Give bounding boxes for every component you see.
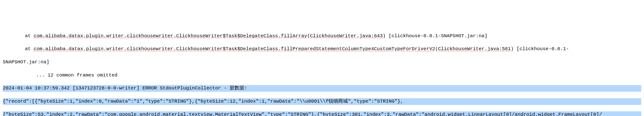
log-output: at com.alibaba.datax.plugin.writer.click…	[0, 26, 644, 116]
stack-frame-1: at com.alibaba.datax.plugin.writer.click…	[3, 33, 641, 39]
stack-frame-2: at com.alibaba.datax.plugin.writer.click…	[3, 46, 641, 52]
jar-ref: clickhouse-0.0.1-SNAPSHOT.jar:na	[392, 33, 484, 39]
bracket: ]	[46, 59, 50, 65]
stack-file: ClickhouseWriter.java:581	[438, 46, 511, 52]
dirty-data-record-line[interactable]: {"byteSize":53,"index":2,"rawData":"com.…	[3, 111, 641, 116]
bracket: ]	[484, 33, 488, 39]
at-prefix: at	[25, 46, 34, 52]
at-prefix: at	[25, 33, 34, 39]
stack-class: com.alibaba.datax.plugin.writer.clickhou…	[34, 46, 435, 52]
paren: (	[307, 33, 310, 39]
stack-file: ClickhouseWriter.java:643	[310, 33, 383, 39]
dirty-data-record-line[interactable]: {"record":[{"byteSize":1,"index":0,"rawD…	[3, 98, 641, 105]
paren: ) [	[383, 33, 392, 39]
log-entry-header[interactable]: 2024-01-04 10:37:59.342 [1347123728-0-0-…	[3, 85, 641, 91]
stack-frame-2-cont: SNAPSHOT.jar:na]	[3, 59, 641, 65]
jar-ref: clickhouse-0.0.1-	[519, 46, 569, 52]
stack-class: com.alibaba.datax.plugin.writer.clickhou…	[34, 33, 307, 39]
paren: (	[435, 46, 438, 52]
frames-omitted: ... 12 common frames omitted	[3, 72, 641, 79]
jar-ref-cont: SNAPSHOT.jar:na	[3, 59, 46, 65]
paren: ) [	[511, 46, 520, 52]
